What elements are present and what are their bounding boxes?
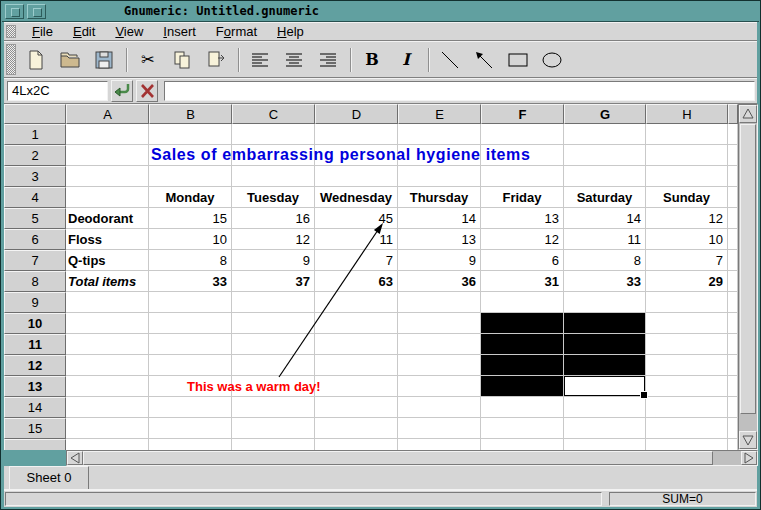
cell[interactable] <box>66 313 149 334</box>
open-button[interactable] <box>56 46 84 74</box>
cell[interactable] <box>66 397 149 418</box>
cell[interactable]: 13 <box>398 229 481 250</box>
row-header-1[interactable]: 1 <box>4 124 66 145</box>
cell[interactable]: 9 <box>232 250 315 271</box>
menubar-grip[interactable] <box>6 25 16 38</box>
cell-day-wednesday[interactable]: Wednesday <box>315 187 398 208</box>
selected-cell-G11[interactable] <box>564 334 646 355</box>
cell[interactable] <box>728 355 738 376</box>
cell[interactable]: 63 <box>315 271 398 292</box>
cell[interactable] <box>646 439 728 450</box>
draw-line-button[interactable] <box>436 46 464 74</box>
bold-button[interactable]: B <box>358 46 386 74</box>
cell[interactable] <box>315 124 398 145</box>
cell[interactable] <box>728 397 738 418</box>
col-header-A[interactable]: A <box>66 104 149 124</box>
cell-day-sunday[interactable]: Sunday <box>646 187 728 208</box>
paste-button[interactable] <box>202 46 230 74</box>
cell[interactable] <box>646 145 728 166</box>
cell-annotation[interactable]: This was a warm day! <box>149 376 232 397</box>
selected-cell-F13[interactable] <box>481 376 564 397</box>
cell[interactable]: 11 <box>315 229 398 250</box>
row-header-7[interactable]: 7 <box>4 250 66 271</box>
cell-day-saturday[interactable]: Saturday <box>564 187 646 208</box>
horizontal-scroll-thumb[interactable] <box>83 451 713 465</box>
cell[interactable] <box>398 124 481 145</box>
cell[interactable] <box>66 166 149 187</box>
cell[interactable] <box>398 313 481 334</box>
row-header-4[interactable]: 4 <box>4 187 66 208</box>
cell[interactable]: 14 <box>564 208 646 229</box>
cell[interactable] <box>66 292 149 313</box>
cell[interactable] <box>66 418 149 439</box>
cell[interactable] <box>481 418 564 439</box>
cell[interactable] <box>232 355 315 376</box>
selected-cell-G12[interactable] <box>564 355 646 376</box>
cancel-entry-button[interactable] <box>136 80 158 102</box>
cell[interactable]: 29 <box>646 271 728 292</box>
col-header-H[interactable]: H <box>646 104 728 124</box>
cell[interactable] <box>149 292 232 313</box>
title-bar[interactable]: Gnumeric: Untitled.gnumeric <box>2 2 759 22</box>
cell[interactable] <box>66 439 149 450</box>
cell[interactable]: 33 <box>149 271 232 292</box>
cell[interactable] <box>646 334 728 355</box>
cell-label-deodorant[interactable]: Deodorant <box>66 208 149 229</box>
cell[interactable] <box>481 166 564 187</box>
cell[interactable] <box>646 166 728 187</box>
cell-day-friday[interactable]: Friday <box>481 187 564 208</box>
formula-edit-area[interactable] <box>164 81 755 101</box>
selected-cell-F12[interactable] <box>481 355 564 376</box>
scroll-down-button[interactable] <box>739 431 757 449</box>
row-header-3[interactable]: 3 <box>4 166 66 187</box>
cell[interactable] <box>646 292 728 313</box>
cell[interactable] <box>564 439 646 450</box>
scroll-left-button[interactable] <box>67 451 83 465</box>
vertical-scroll-thumb[interactable] <box>740 124 756 414</box>
cell[interactable]: 7 <box>315 250 398 271</box>
cell[interactable] <box>232 334 315 355</box>
cell[interactable] <box>564 145 646 166</box>
cell[interactable] <box>398 334 481 355</box>
cell[interactable] <box>728 439 738 450</box>
cell[interactable] <box>66 355 149 376</box>
cell[interactable]: 14 <box>398 208 481 229</box>
row-header-partial[interactable] <box>4 439 66 450</box>
cell[interactable] <box>398 418 481 439</box>
window-menu-button[interactable] <box>5 4 24 19</box>
cell-sheet-title[interactable]: Sales of embarrassing personal hygiene i… <box>149 145 232 166</box>
row-header-10[interactable]: 10 <box>4 313 66 334</box>
row-header-5[interactable]: 5 <box>4 208 66 229</box>
cell[interactable] <box>232 397 315 418</box>
cell[interactable]: 13 <box>481 208 564 229</box>
confirm-entry-button[interactable] <box>111 80 133 102</box>
cell[interactable] <box>728 229 738 250</box>
col-header-C[interactable]: C <box>232 104 315 124</box>
draw-arrow-button[interactable] <box>470 46 498 74</box>
cell[interactable] <box>481 439 564 450</box>
cell[interactable] <box>315 313 398 334</box>
cell[interactable] <box>564 397 646 418</box>
cell[interactable]: 33 <box>564 271 646 292</box>
cell[interactable]: 15 <box>149 208 232 229</box>
cell[interactable]: 12 <box>646 208 728 229</box>
active-cell-G13[interactable] <box>564 376 646 397</box>
select-all-corner[interactable] <box>4 104 66 124</box>
cell[interactable] <box>564 292 646 313</box>
cell[interactable] <box>728 187 738 208</box>
cell[interactable]: 45 <box>315 208 398 229</box>
cell[interactable]: 37 <box>232 271 315 292</box>
col-header-E[interactable]: E <box>398 104 481 124</box>
cell[interactable] <box>315 334 398 355</box>
cell[interactable] <box>66 187 149 208</box>
row-header-2[interactable]: 2 <box>4 145 66 166</box>
cell[interactable] <box>232 439 315 450</box>
menu-edit[interactable]: Edit <box>63 23 105 40</box>
col-header-D[interactable]: D <box>315 104 398 124</box>
col-header-B[interactable]: B <box>149 104 232 124</box>
row-header-8[interactable]: 8 <box>4 271 66 292</box>
save-button[interactable] <box>90 46 118 74</box>
cell[interactable] <box>66 376 149 397</box>
cell[interactable]: 7 <box>646 250 728 271</box>
menu-file[interactable]: File <box>22 23 63 40</box>
